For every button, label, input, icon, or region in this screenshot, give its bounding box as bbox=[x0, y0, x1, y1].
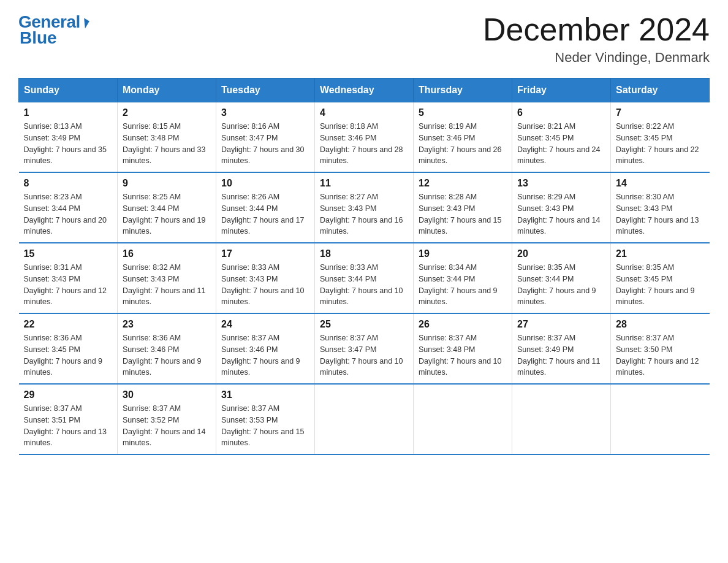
day-info: Sunrise: 8:37 AMSunset: 3:46 PMDaylight:… bbox=[221, 332, 309, 378]
day-number: 9 bbox=[123, 178, 211, 189]
page-header: General Blue December 2024 Neder Vinding… bbox=[18, 12, 710, 66]
day-number: 27 bbox=[517, 319, 605, 330]
table-row: 19Sunrise: 8:34 AMSunset: 3:44 PMDayligh… bbox=[414, 243, 512, 313]
table-row: 8Sunrise: 8:23 AMSunset: 3:44 PMDaylight… bbox=[19, 172, 118, 243]
day-info: Sunrise: 8:37 AMSunset: 3:47 PMDaylight:… bbox=[320, 332, 408, 378]
day-info: Sunrise: 8:37 AMSunset: 3:51 PMDaylight:… bbox=[24, 403, 113, 449]
table-row: 12Sunrise: 8:28 AMSunset: 3:43 PMDayligh… bbox=[414, 172, 512, 243]
day-info: Sunrise: 8:29 AMSunset: 3:43 PMDaylight:… bbox=[517, 191, 605, 237]
day-info: Sunrise: 8:27 AMSunset: 3:43 PMDaylight:… bbox=[320, 191, 408, 237]
table-row: 16Sunrise: 8:32 AMSunset: 3:43 PMDayligh… bbox=[118, 243, 216, 313]
table-row bbox=[611, 384, 710, 454]
table-row: 6Sunrise: 8:21 AMSunset: 3:45 PMDaylight… bbox=[512, 102, 611, 173]
header-thursday: Thursday bbox=[414, 79, 512, 102]
table-row: 7Sunrise: 8:22 AMSunset: 3:45 PMDaylight… bbox=[611, 102, 710, 173]
day-info: Sunrise: 8:36 AMSunset: 3:46 PMDaylight:… bbox=[123, 332, 211, 378]
day-number: 30 bbox=[123, 389, 211, 400]
day-info: Sunrise: 8:23 AMSunset: 3:44 PMDaylight:… bbox=[24, 191, 113, 237]
day-number: 15 bbox=[24, 248, 113, 259]
day-number: 13 bbox=[517, 178, 605, 189]
header-wednesday: Wednesday bbox=[315, 79, 414, 102]
header-friday: Friday bbox=[512, 79, 611, 102]
header-saturday: Saturday bbox=[611, 79, 710, 102]
logo: General Blue bbox=[18, 12, 88, 48]
day-info: Sunrise: 8:21 AMSunset: 3:45 PMDaylight:… bbox=[517, 121, 605, 167]
day-info: Sunrise: 8:30 AMSunset: 3:43 PMDaylight:… bbox=[616, 191, 705, 237]
calendar-table: Sunday Monday Tuesday Wednesday Thursday… bbox=[18, 78, 710, 455]
day-info: Sunrise: 8:18 AMSunset: 3:46 PMDaylight:… bbox=[320, 121, 408, 167]
day-info: Sunrise: 8:37 AMSunset: 3:53 PMDaylight:… bbox=[221, 403, 309, 449]
day-number: 23 bbox=[123, 319, 211, 330]
table-row: 14Sunrise: 8:30 AMSunset: 3:43 PMDayligh… bbox=[611, 172, 710, 243]
table-row: 21Sunrise: 8:35 AMSunset: 3:45 PMDayligh… bbox=[611, 243, 710, 313]
calendar-week-row: 15Sunrise: 8:31 AMSunset: 3:43 PMDayligh… bbox=[19, 243, 710, 313]
day-info: Sunrise: 8:28 AMSunset: 3:43 PMDaylight:… bbox=[419, 191, 507, 237]
day-info: Sunrise: 8:25 AMSunset: 3:44 PMDaylight:… bbox=[123, 191, 211, 237]
title-area: December 2024 Neder Vindinge, Denmark bbox=[483, 12, 710, 66]
day-number: 17 bbox=[221, 248, 309, 259]
calendar-header-row: Sunday Monday Tuesday Wednesday Thursday… bbox=[19, 79, 710, 102]
day-info: Sunrise: 8:22 AMSunset: 3:45 PMDaylight:… bbox=[616, 121, 705, 167]
table-row: 28Sunrise: 8:37 AMSunset: 3:50 PMDayligh… bbox=[611, 313, 710, 384]
calendar-week-row: 8Sunrise: 8:23 AMSunset: 3:44 PMDaylight… bbox=[19, 172, 710, 243]
logo-blue-text: Blue bbox=[18, 28, 57, 48]
day-number: 5 bbox=[419, 107, 507, 118]
day-number: 11 bbox=[320, 178, 408, 189]
day-info: Sunrise: 8:37 AMSunset: 3:52 PMDaylight:… bbox=[123, 403, 211, 449]
table-row: 30Sunrise: 8:37 AMSunset: 3:52 PMDayligh… bbox=[118, 384, 216, 454]
location-subtitle: Neder Vindinge, Denmark bbox=[483, 50, 710, 66]
day-info: Sunrise: 8:35 AMSunset: 3:44 PMDaylight:… bbox=[517, 262, 605, 308]
day-number: 20 bbox=[517, 248, 605, 259]
table-row bbox=[512, 384, 611, 454]
table-row: 11Sunrise: 8:27 AMSunset: 3:43 PMDayligh… bbox=[315, 172, 414, 243]
day-number: 6 bbox=[517, 107, 605, 118]
table-row: 13Sunrise: 8:29 AMSunset: 3:43 PMDayligh… bbox=[512, 172, 611, 243]
day-info: Sunrise: 8:33 AMSunset: 3:43 PMDaylight:… bbox=[221, 262, 309, 308]
table-row: 25Sunrise: 8:37 AMSunset: 3:47 PMDayligh… bbox=[315, 313, 414, 384]
day-info: Sunrise: 8:15 AMSunset: 3:48 PMDaylight:… bbox=[123, 121, 211, 167]
table-row bbox=[414, 384, 512, 454]
table-row: 15Sunrise: 8:31 AMSunset: 3:43 PMDayligh… bbox=[19, 243, 118, 313]
table-row: 26Sunrise: 8:37 AMSunset: 3:48 PMDayligh… bbox=[414, 313, 512, 384]
day-number: 28 bbox=[616, 319, 705, 330]
day-number: 14 bbox=[616, 178, 705, 189]
day-info: Sunrise: 8:37 AMSunset: 3:49 PMDaylight:… bbox=[517, 332, 605, 378]
calendar-week-row: 22Sunrise: 8:36 AMSunset: 3:45 PMDayligh… bbox=[19, 313, 710, 384]
day-info: Sunrise: 8:16 AMSunset: 3:47 PMDaylight:… bbox=[221, 121, 309, 167]
day-info: Sunrise: 8:31 AMSunset: 3:43 PMDaylight:… bbox=[24, 262, 113, 308]
day-number: 19 bbox=[419, 248, 507, 259]
table-row: 2Sunrise: 8:15 AMSunset: 3:48 PMDaylight… bbox=[118, 102, 216, 173]
day-info: Sunrise: 8:34 AMSunset: 3:44 PMDaylight:… bbox=[419, 262, 507, 308]
day-info: Sunrise: 8:36 AMSunset: 3:45 PMDaylight:… bbox=[24, 332, 113, 378]
table-row: 31Sunrise: 8:37 AMSunset: 3:53 PMDayligh… bbox=[216, 384, 315, 454]
day-number: 7 bbox=[616, 107, 705, 118]
day-number: 24 bbox=[221, 319, 309, 330]
table-row: 20Sunrise: 8:35 AMSunset: 3:44 PMDayligh… bbox=[512, 243, 611, 313]
table-row: 23Sunrise: 8:36 AMSunset: 3:46 PMDayligh… bbox=[118, 313, 216, 384]
table-row: 24Sunrise: 8:37 AMSunset: 3:46 PMDayligh… bbox=[216, 313, 315, 384]
day-number: 16 bbox=[123, 248, 211, 259]
table-row: 3Sunrise: 8:16 AMSunset: 3:47 PMDaylight… bbox=[216, 102, 315, 173]
day-number: 29 bbox=[24, 389, 113, 400]
day-info: Sunrise: 8:33 AMSunset: 3:44 PMDaylight:… bbox=[320, 262, 408, 308]
header-sunday: Sunday bbox=[19, 79, 118, 102]
day-number: 3 bbox=[221, 107, 309, 118]
table-row: 17Sunrise: 8:33 AMSunset: 3:43 PMDayligh… bbox=[216, 243, 315, 313]
day-number: 1 bbox=[24, 107, 113, 118]
calendar-week-row: 29Sunrise: 8:37 AMSunset: 3:51 PMDayligh… bbox=[19, 384, 710, 454]
day-number: 18 bbox=[320, 248, 408, 259]
day-number: 8 bbox=[24, 178, 113, 189]
table-row: 9Sunrise: 8:25 AMSunset: 3:44 PMDaylight… bbox=[118, 172, 216, 243]
day-info: Sunrise: 8:32 AMSunset: 3:43 PMDaylight:… bbox=[123, 262, 211, 308]
header-monday: Monday bbox=[118, 79, 216, 102]
table-row: 27Sunrise: 8:37 AMSunset: 3:49 PMDayligh… bbox=[512, 313, 611, 384]
table-row: 4Sunrise: 8:18 AMSunset: 3:46 PMDaylight… bbox=[315, 102, 414, 173]
header-tuesday: Tuesday bbox=[216, 79, 315, 102]
day-info: Sunrise: 8:35 AMSunset: 3:45 PMDaylight:… bbox=[616, 262, 705, 308]
day-number: 26 bbox=[419, 319, 507, 330]
day-info: Sunrise: 8:37 AMSunset: 3:50 PMDaylight:… bbox=[616, 332, 705, 378]
table-row: 22Sunrise: 8:36 AMSunset: 3:45 PMDayligh… bbox=[19, 313, 118, 384]
table-row: 18Sunrise: 8:33 AMSunset: 3:44 PMDayligh… bbox=[315, 243, 414, 313]
table-row: 5Sunrise: 8:19 AMSunset: 3:46 PMDaylight… bbox=[414, 102, 512, 173]
table-row bbox=[315, 384, 414, 454]
